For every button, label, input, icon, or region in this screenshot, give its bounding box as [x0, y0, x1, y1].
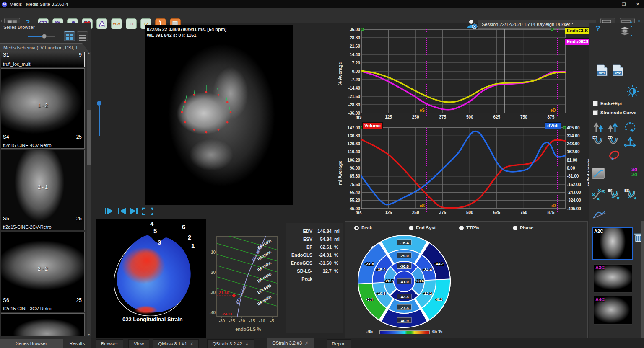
y-tick-right-label: 81.00: [567, 158, 577, 162]
contour-ellipse-icon[interactable]: [607, 149, 621, 162]
app-tab-qstrain-3-2-2[interactable]: QStrain 3.2 #2✗: [207, 339, 254, 348]
volume-legend-badge[interactable]: Volume: [362, 122, 383, 129]
radio-icon[interactable]: [513, 226, 517, 230]
ed-contour-icon[interactable]: ED: [607, 134, 621, 148]
series-frame-count: 25: [76, 216, 82, 222]
medis-suite-window: M Medis - Medis Suite 3.2.60.4 — ❐ ✕ ? E…: [0, 0, 644, 348]
thumbnail-size-slider[interactable]: [28, 36, 55, 37]
segment-value: -29.0: [400, 253, 409, 258]
maximize-button[interactable]: ❐: [618, 0, 630, 8]
ef-x-tick: -10: [259, 319, 265, 323]
t1-icon-text: T1: [129, 22, 134, 26]
eS-marker-label: eS: [420, 108, 425, 113]
y-tick-right-label: 324.00: [567, 134, 580, 138]
2d-label[interactable]: 2d: [631, 172, 637, 177]
layers-icon[interactable]: [618, 25, 632, 37]
y-tick-label: 85.80: [350, 174, 360, 178]
series-thumbnail-s4[interactable]: S4251 - 2tf2d15-CINE-4CV-Retro: [1, 68, 85, 149]
view-thumbnail-a3c[interactable]: A3C: [594, 264, 632, 293]
minimize-button[interactable]: —: [604, 0, 616, 8]
bullseye-diagram[interactable]: -16.4-44.2-6.2-40.9-3.4-31.6-29.0-34.4-1…: [354, 232, 455, 330]
app-tab-browser[interactable]: Browser: [96, 339, 123, 348]
cine-viewport[interactable]: 022/25 22 038/0790/941 ms. [64 bpm] WL 3…: [145, 25, 293, 205]
view-thumbnail-a4c[interactable]: A4C: [594, 296, 632, 325]
y-tick-label: 55.20: [350, 198, 360, 203]
strain-3d-model-panel[interactable]: 123456 022 Longitudinal Strain: [96, 219, 206, 338]
tab-pin-icon[interactable]: ✗: [245, 342, 249, 346]
view-label: A2C: [594, 229, 603, 234]
sigmoid-display-button[interactable]: [592, 168, 605, 179]
playback-controls[interactable]: [104, 206, 154, 217]
export-both-contours-icon[interactable]: [593, 120, 605, 133]
strain-sheet-icon[interactable]: [96, 18, 107, 29]
volume-chart[interactable]: 147.00136.80126.60116.40106.2096.0085.80…: [346, 124, 591, 220]
keyframe-dot[interactable]: [551, 28, 553, 31]
next-frame-button[interactable]: [130, 208, 138, 214]
radio-icon[interactable]: [409, 226, 413, 230]
panel-tab-results[interactable]: Results: [63, 339, 91, 348]
app-tab-report[interactable]: Report: [327, 339, 351, 348]
play-button[interactable]: [105, 208, 113, 214]
export-jpg-icon[interactable]: JPG: [612, 64, 624, 77]
measurement-row: EndoGLS-24.01%: [286, 251, 343, 259]
endo-epi-checkbox[interactable]: [593, 101, 598, 106]
curve-plot-icon[interactable]: [592, 207, 607, 221]
radio-icon[interactable]: [459, 226, 464, 230]
series-thumbnail-s5[interactable]: S5252 - 1tf2d15-CINE-2CV-Retro: [1, 150, 85, 230]
strain-chart[interactable]: 36.0028.8021.6014.407.200.00-7.20-14.40-…: [346, 24, 589, 123]
panel-tab-series-browser[interactable]: Series Browser: [0, 339, 63, 348]
series-thumbnail-partial[interactable]: [1, 313, 85, 336]
strainrate-checkbox-row[interactable]: Strainrate Curve: [593, 110, 636, 115]
t1-icon[interactable]: T1: [126, 18, 137, 29]
mode-radio-peak[interactable]: Peak: [354, 225, 372, 230]
keyframe-dot[interactable]: [563, 126, 566, 129]
view-thumbnail-a2c[interactable]: A2C: [592, 227, 633, 260]
series-browser-panel: Series Browser Medis Ischemia (LV Functi…: [0, 23, 91, 339]
measurement-label: EndoGCS: [286, 259, 312, 267]
tab-pin-icon[interactable]: ✗: [190, 342, 193, 346]
viewport-zoom-slider[interactable]: [97, 101, 101, 137]
fullscreen-button[interactable]: [143, 208, 152, 214]
y-tick-label: 136.80: [347, 134, 360, 138]
close-button[interactable]: ✕: [631, 0, 644, 8]
strainrate-checkbox[interactable]: [593, 110, 598, 115]
previous-frame-button[interactable]: [118, 208, 126, 214]
app-tab-view[interactable]: View: [128, 339, 149, 348]
pan-adjust-icon[interactable]: [624, 135, 636, 147]
export-mp4-icon[interactable]: MP4: [596, 64, 608, 77]
help-button-right[interactable]: ?: [595, 24, 600, 34]
export-endo-contour-icon[interactable]: [607, 120, 620, 133]
ecv-icon[interactable]: ECV: [111, 18, 122, 29]
edit-points-icon[interactable]: ✕✕✕✕: [591, 187, 606, 201]
measurement-label: EDV: [286, 227, 312, 235]
series-list-scrollbar[interactable]: ▲▼: [87, 52, 91, 336]
series-thumbnail-s1[interactable]: S19trufi_loc_multi: [1, 52, 85, 67]
endo-epi-checkbox-row[interactable]: Endo+Epi: [593, 101, 622, 106]
app-tab-qmass-8-1-1[interactable]: QMass 8.1 #1✗: [153, 339, 199, 348]
grid-view-button[interactable]: [64, 31, 75, 41]
radio-icon[interactable]: [354, 226, 359, 230]
endogcs-legend-badge[interactable]: EndoGCS: [565, 38, 590, 45]
tab-pin-icon[interactable]: ✗: [305, 341, 308, 345]
ef-x-tick: -25: [229, 319, 235, 323]
es-contour-icon[interactable]: ES: [592, 134, 605, 148]
keyframe-dot[interactable]: [361, 28, 364, 31]
endogls-legend-badge[interactable]: EndoGLS: [565, 27, 590, 34]
list-view-button[interactable]: [77, 31, 88, 41]
mode-radio-phase[interactable]: Phase: [513, 225, 533, 230]
segment-value: -6.2: [436, 297, 442, 302]
series-thumbnail-s6[interactable]: S6252 - 2tf2d15-CINE-3CV-Retro: [1, 232, 85, 312]
mode-radio-ttp[interactable]: TTP%: [459, 225, 479, 230]
brightness-contrast-icon[interactable]: [626, 85, 639, 98]
dvdt-legend-badge[interactable]: dV/dt: [545, 122, 561, 129]
study-group-tab[interactable]: Medis Ischemia (LV Function, DSI, T...: [0, 43, 89, 52]
app-tab-qstrain-3-2-3[interactable]: QStrain 3.2 #3✗: [267, 338, 314, 348]
y-tick-right-label: 0.00: [567, 166, 575, 170]
3d-2d-toggle[interactable]: 3d 2d: [631, 167, 637, 177]
edit-ed-points-icon[interactable]: ED ✕✕: [624, 187, 639, 201]
retry-contour-icon[interactable]: [623, 120, 637, 133]
edit-es-points-icon[interactable]: ES ✕✕: [607, 187, 622, 201]
mode-radio-endsyst[interactable]: End Syst.: [409, 225, 437, 230]
thumbnail-scrollbar[interactable]: [641, 221, 644, 339]
segment-value: -16.4: [400, 240, 409, 245]
